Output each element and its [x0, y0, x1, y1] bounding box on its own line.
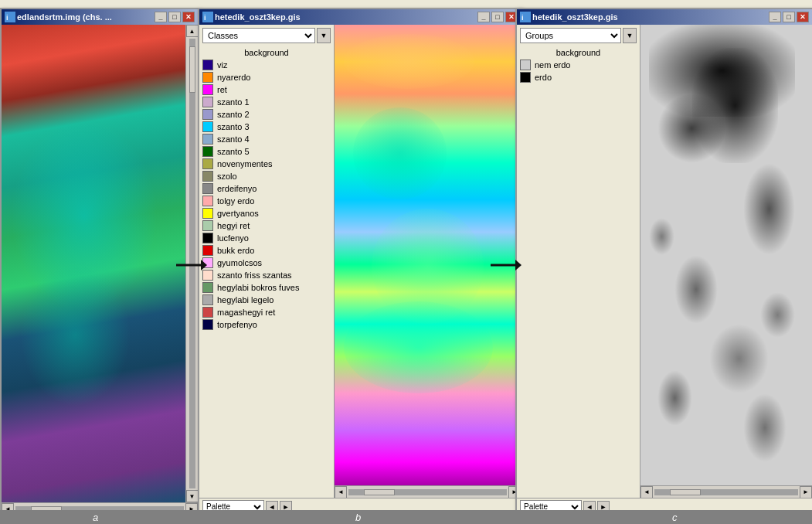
minimize-btn-c[interactable]: _ — [769, 12, 781, 22]
legend-item: szanto 1 — [202, 97, 331, 107]
classes-dropdown[interactable]: Classes — [202, 28, 315, 43]
legend-swatch — [202, 60, 213, 70]
legend-swatch — [202, 319, 213, 330]
scroll-thumb-h-c[interactable] — [670, 489, 701, 495]
legend-swatch — [202, 171, 213, 182]
satellite-image — [2, 25, 185, 502]
legend-items-c: nem erdoerdo — [520, 60, 637, 495]
legend-label: tolgy erdo — [217, 196, 254, 206]
legend-item: bukk erdo — [202, 245, 331, 256]
app-icon-b: i — [202, 12, 213, 22]
legend-swatch — [202, 307, 213, 318]
legend-item: torpefenyo — [202, 319, 331, 330]
legend-item: erdeifenyo — [202, 183, 331, 194]
legend-item: hegyi ret — [202, 220, 331, 231]
maximize-btn-a[interactable]: □ — [168, 12, 181, 22]
scroll-track-h-c[interactable] — [654, 489, 798, 495]
bottom-labels: a b c — [0, 510, 812, 524]
minimize-btn-a[interactable]: _ — [155, 12, 167, 22]
legend-label: szanto 3 — [217, 122, 250, 131]
scroll-thumb-h-b[interactable] — [364, 489, 395, 495]
arrow-bc — [491, 253, 522, 278]
scroll-right-btn-c[interactable]: ► — [800, 486, 812, 498]
legend-label: gyumolcsos — [217, 258, 262, 267]
legend-item: hegylabi legelo — [202, 294, 331, 305]
title-bar-c: i hetedik_oszt3kep.gis _ □ ✕ — [517, 9, 812, 25]
legend-swatch — [520, 72, 531, 83]
arrow-ab — [176, 253, 207, 282]
legend-label: hegylabi legelo — [217, 295, 273, 305]
window-b-content: Classes ▼ background viznyarerdoretszant… — [199, 25, 521, 498]
legend-item: erdo — [520, 72, 637, 83]
legend-item: ret — [202, 84, 331, 95]
legend-swatch — [202, 158, 213, 169]
legend-swatch — [202, 121, 213, 132]
legend-header-c: background — [520, 48, 637, 57]
window-title-b: hetedik_oszt3kep.gis — [215, 12, 476, 22]
scroll-left-btn-b[interactable]: ◄ — [335, 486, 347, 498]
close-btn-c[interactable]: ✕ — [797, 12, 809, 22]
legend-item: viz — [202, 60, 331, 70]
legend-item: tolgy erdo — [202, 196, 331, 206]
legend-label: szanto 4 — [217, 134, 250, 144]
scroll-track-h-b[interactable] — [348, 489, 507, 495]
legend-item: szanto 5 — [202, 146, 331, 157]
window-c: i hetedik_oszt3kep.gis _ □ ✕ Groups ▼ ba… — [515, 8, 812, 516]
groups-dropdown-arrow[interactable]: ▼ — [623, 28, 637, 43]
legend-item: magashegyi ret — [202, 307, 331, 318]
maximize-btn-b[interactable]: □ — [491, 12, 504, 22]
legend-swatch — [202, 208, 213, 219]
legend-label: erdo — [535, 73, 552, 82]
legend-swatch — [202, 72, 213, 83]
gray-map-panel: ◄ ► — [640, 25, 812, 498]
legend-panel-b: Classes ▼ background viznyarerdoretszant… — [199, 25, 335, 498]
legend-label: szanto 5 — [217, 147, 250, 156]
scroll-left-btn-c[interactable]: ◄ — [640, 486, 653, 498]
legend-item: gvertyanos — [202, 208, 331, 219]
window-title-c: hetedik_oszt3kep.gis — [532, 12, 767, 22]
legend-swatch — [202, 294, 213, 305]
svg-text:i: i — [522, 14, 524, 22]
legend-swatch — [202, 220, 213, 231]
legend-swatch — [202, 196, 213, 206]
desktop: i edlandsrtm.img (chs. ... _ □ ✕ ▲ — [0, 0, 812, 524]
maximize-btn-c[interactable]: □ — [783, 12, 795, 22]
legend-label: szolo — [217, 172, 237, 181]
gray-map — [640, 25, 812, 485]
legend-swatch — [202, 282, 213, 293]
legend-swatch — [520, 60, 531, 70]
legend-item: szolo — [202, 171, 331, 182]
legend-item: nem erdo — [520, 60, 637, 70]
svg-text:i: i — [204, 14, 206, 22]
legend-item: szanto 3 — [202, 121, 331, 132]
legend-item: gyumolcsos — [202, 257, 331, 268]
close-btn-a[interactable]: ✕ — [182, 12, 195, 22]
legend-label: ret — [217, 85, 227, 94]
legend-item: novenymentes — [202, 158, 331, 169]
label-a: a — [93, 512, 98, 523]
scrollbar-h-c[interactable]: ◄ ► — [640, 485, 812, 498]
legend-item: szanto 4 — [202, 134, 331, 145]
legend-label: magashegyi ret — [217, 308, 275, 317]
legend-header-b: background — [202, 48, 331, 57]
label-b: b — [355, 512, 361, 523]
legend-item: lucfenyo — [202, 233, 331, 243]
legend-label: hegyi ret — [217, 221, 250, 230]
title-bar-b: i hetedik_oszt3kep.gis _ □ ✕ — [199, 9, 521, 25]
legend-label: viz — [217, 60, 227, 70]
legend-label: hegylabi bokros fuves — [217, 283, 299, 292]
scrollbar-h-b[interactable]: ◄ ► — [335, 485, 521, 498]
window-title-a: edlandsrtm.img (chs. ... — [17, 12, 153, 22]
groups-dropdown-bar: Groups ▼ — [520, 28, 637, 43]
legend-label: novenymentes — [217, 159, 273, 168]
svg-text:i: i — [6, 14, 8, 22]
groups-dropdown[interactable]: Groups — [520, 28, 621, 43]
classes-dropdown-arrow[interactable]: ▼ — [317, 28, 331, 43]
legend-label: lucfenyo — [217, 233, 249, 243]
minimize-btn-b[interactable]: _ — [477, 12, 490, 22]
scroll-thumb-v-a[interactable] — [189, 46, 195, 93]
legend-label: bukk erdo — [217, 246, 254, 255]
scroll-down-btn-a[interactable]: ▼ — [186, 490, 199, 502]
scroll-up-btn-a[interactable]: ▲ — [186, 25, 199, 37]
legend-swatch — [202, 109, 213, 120]
